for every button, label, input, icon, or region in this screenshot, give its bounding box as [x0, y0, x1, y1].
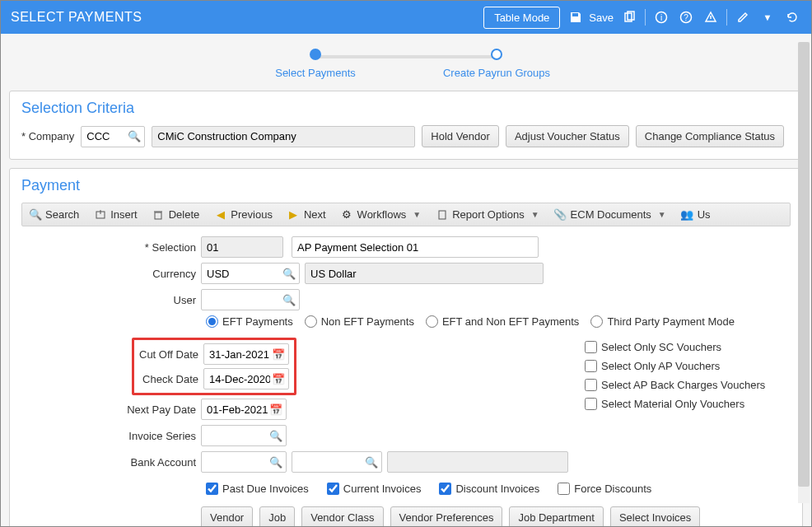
save-label: Save — [589, 12, 614, 24]
chevron-down-icon: ▼ — [531, 210, 539, 219]
job-dept-button[interactable]: Job Department — [509, 506, 604, 526]
user-input[interactable] — [201, 289, 300, 310]
radio-eft[interactable]: EFT Payments — [206, 315, 293, 328]
bank-account-input[interactable] — [201, 451, 287, 473]
workflow-icon: ⚙ — [341, 208, 353, 221]
panel-title: Payment — [21, 177, 791, 194]
help-icon[interactable]: ? — [677, 8, 695, 26]
bank-account-desc — [387, 451, 568, 473]
toolbar-user[interactable]: 👥Us — [681, 208, 711, 221]
job-button[interactable]: Job — [259, 506, 295, 526]
company-label: Company — [21, 130, 74, 142]
selection-criteria-panel: Selection Criteria Company 🔍 Hold Vendor… — [9, 91, 803, 160]
report-icon — [436, 208, 448, 221]
cutoff-label: Cut Off Date — [139, 348, 203, 361]
toolbar-previous[interactable]: ◀Previous — [214, 208, 273, 221]
selection-desc-input[interactable] — [292, 236, 539, 258]
save-icon — [567, 8, 585, 26]
bank-account2-input[interactable] — [292, 451, 382, 473]
radio-eft-both[interactable]: EFT and Non EFT Payments — [426, 315, 579, 328]
save-button[interactable]: Save — [567, 8, 614, 26]
nextpay-label: Next Pay Date — [21, 403, 201, 416]
step-label: Create Payrun Groups — [443, 67, 550, 79]
copy-icon[interactable] — [620, 8, 638, 26]
currency-desc — [305, 263, 544, 284]
company-code-input[interactable] — [81, 126, 145, 147]
select-invoices-button[interactable]: Select Invoices — [610, 506, 700, 526]
edit-icon[interactable] — [734, 8, 752, 26]
company-code-wrap: 🔍 — [81, 126, 145, 147]
company-name-display — [152, 126, 415, 147]
toolbar-search[interactable]: 🔍Search — [29, 208, 79, 221]
check-label: Check Date — [139, 373, 203, 385]
selection-code — [201, 236, 283, 258]
action-buttons: Vendor Job Vendor Class Vendor Preferenc… — [201, 506, 791, 526]
step-create-payrun[interactable]: Create Payrun Groups — [406, 49, 587, 79]
currency-row: Currency 🔍 — [21, 263, 791, 284]
change-compliance-button[interactable]: Change Compliance Status — [636, 125, 784, 147]
toolbar-next[interactable]: ▶Next — [287, 208, 326, 221]
step-dot — [310, 49, 321, 60]
scrollbar-thumb[interactable] — [798, 42, 810, 487]
chevron-down-icon: ▼ — [413, 210, 421, 219]
toolbar-ecm-documents[interactable]: 📎ECM Documents▼ — [554, 208, 666, 221]
step-connector — [315, 55, 497, 58]
search-icon: 🔍 — [29, 208, 41, 221]
wizard-stepper: Select Payments Create Payrun Groups — [9, 34, 803, 91]
invoice-series-input[interactable] — [201, 425, 287, 446]
alert-icon[interactable] — [702, 8, 720, 26]
radio-non-eft[interactable]: Non EFT Payments — [305, 315, 414, 328]
delete-icon — [152, 208, 165, 221]
svg-rect-11 — [439, 211, 446, 219]
divider — [726, 9, 727, 26]
adjust-voucher-button[interactable]: Adjust Voucher Status — [506, 125, 629, 147]
selection-row: Selection — [21, 236, 791, 258]
vendor-button[interactable]: Vendor — [201, 506, 253, 526]
content-area: Select Payments Create Payrun Groups Sel… — [1, 34, 811, 526]
calendar-icon[interactable]: 📅 — [272, 348, 285, 361]
payment-panel: Payment 🔍Search Insert Delete ◀Previous … — [9, 168, 803, 526]
step-dot — [491, 49, 502, 60]
hold-vendor-button[interactable]: Hold Vendor — [422, 125, 499, 147]
toolbar-delete[interactable]: Delete — [152, 208, 200, 221]
table-mode-button[interactable]: Table Mode — [483, 7, 560, 29]
chevron-down-icon[interactable]: ▼ — [758, 8, 777, 26]
toolbar-insert[interactable]: Insert — [94, 208, 138, 221]
calendar-icon[interactable]: 📅 — [269, 403, 282, 416]
document-icon: 📎 — [554, 208, 567, 221]
chk-only-ap[interactable]: Select Only AP Vouchers — [585, 360, 765, 372]
step-select-payments[interactable]: Select Payments — [225, 49, 406, 79]
chk-ap-back[interactable]: Select AP Back Charges Vouchers — [585, 379, 765, 391]
panel-title: Selection Criteria — [21, 100, 791, 117]
chk-past-due[interactable]: Past Due Invoices — [206, 483, 309, 495]
currency-label: Currency — [21, 268, 201, 280]
date-highlight-box: Cut Off Date 📅 Check Date 📅 — [132, 338, 296, 395]
invoice-series-label: Invoice Series — [21, 430, 201, 442]
user-label: User — [21, 294, 201, 306]
chk-current[interactable]: Current Invoices — [327, 483, 422, 495]
chk-material[interactable]: Select Material Only Vouchers — [585, 398, 765, 410]
info-icon[interactable]: i — [652, 8, 670, 26]
vendor-class-button[interactable]: Vendor Class — [301, 506, 383, 526]
radio-third-party[interactable]: Third Party Payment Mode — [590, 315, 735, 328]
chevron-down-icon: ▼ — [658, 210, 666, 219]
company-row: Company 🔍 Hold Vendor Adjust Voucher Sta… — [21, 125, 791, 147]
toolbar-workflows[interactable]: ⚙Workflows▼ — [341, 208, 422, 221]
step-label: Select Payments — [275, 67, 356, 79]
calendar-icon[interactable]: 📅 — [272, 373, 285, 385]
chk-only-sc[interactable]: Select Only SC Vouchers — [585, 341, 765, 353]
arrow-right-icon: ▶ — [287, 208, 300, 221]
refresh-icon[interactable] — [783, 8, 801, 26]
insert-icon — [94, 208, 106, 221]
svg-text:i: i — [660, 13, 662, 22]
chk-force[interactable]: Force Discounts — [558, 483, 651, 495]
vendor-prefs-button[interactable]: Vendor Preferences — [390, 506, 503, 526]
svg-text:?: ? — [684, 13, 688, 22]
chk-discount[interactable]: Discount Invoices — [439, 483, 539, 495]
arrow-left-icon: ◀ — [214, 208, 226, 221]
app-header: SELECT PAYMENTS Table Mode Save i ? ▼ — [1, 1, 811, 34]
payment-toolbar: 🔍Search Insert Delete ◀Previous ▶Next ⚙W… — [21, 203, 791, 226]
toolbar-report-options[interactable]: Report Options▼ — [436, 208, 539, 221]
currency-input[interactable] — [201, 263, 300, 284]
date-section: Cut Off Date 📅 Check Date 📅 — [21, 338, 791, 478]
